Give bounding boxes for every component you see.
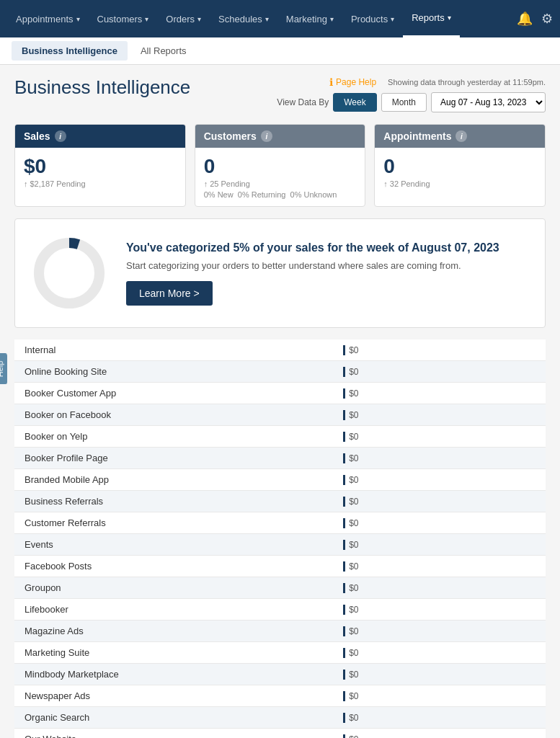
row-dollar: $0 [349,540,358,550]
nav-item-schedules[interactable]: Schedules ▾ [210,0,277,37]
appointments-pending: ↑ 32 Pending [383,179,536,188]
svg-point-0 [39,243,99,303]
sales-card: Sales i $0 ↑ $2,187 Pending [14,124,186,207]
row-label: Booker on Facebook [14,404,333,426]
nav-label-products: Products [351,14,388,25]
chevron-down-icon: ▾ [76,15,80,23]
table-row: Customer Referrals $0 [14,512,546,534]
bar-mini-icon [343,734,345,739]
row-value: $0 [333,664,546,685]
row-label: Booker Profile Page [14,448,333,469]
help-circle-icon: ℹ [329,76,333,88]
row-dollar: $0 [349,432,358,442]
nav-item-marketing[interactable]: Marketing ▾ [277,0,342,37]
nav-item-appointments[interactable]: Appointments ▾ [7,0,89,37]
donut-section: You've categorized 5% of your sales for … [14,218,546,328]
row-value: $0 [333,534,546,556]
row-label: Newspaper Ads [14,685,333,707]
table-row: Booker Profile Page $0 [14,448,546,469]
customers-meta: 0% New 0% Returning 0% Unknown [204,190,357,199]
sales-title: Sales [24,130,50,142]
gear-icon[interactable]: ⚙ [541,11,553,27]
row-value: $0 [333,577,546,599]
sales-pending: ↑ $2,187 Pending [24,179,177,188]
row-value: $0 [333,642,546,664]
row-value: $0 [333,556,546,577]
customers-info-icon[interactable]: i [261,130,272,142]
row-value: $0 [333,729,546,739]
row-value: $0 [333,599,546,621]
row-label: Marketing Suite [14,642,333,664]
header-right: ℹ Page Help Showing data through yesterd… [277,76,546,112]
bar-mini-icon [343,410,345,420]
up-arrow-icon: ↑ [24,179,28,188]
appointments-card-body: 0 ↑ 32 Pending [375,148,545,195]
table-row: Business Referrals $0 [14,491,546,512]
donut-description: Start categorizing your orders to better… [126,260,530,271]
table-row: Lifebooker $0 [14,599,546,621]
row-dollar: $0 [349,670,358,680]
nav-item-orders[interactable]: Orders ▾ [157,0,210,37]
row-dollar: $0 [349,410,358,420]
customers-pending: ↑ 25 Pending [204,179,357,188]
row-dollar: $0 [349,518,358,528]
table-row: Organic Search $0 [14,707,546,729]
customers-title: Customers [204,130,257,142]
nav-label-reports: Reports [412,12,445,23]
page-help-link[interactable]: ℹ Page Help [329,76,376,88]
bar-mini-icon [343,583,345,593]
row-dollar: $0 [349,734,358,739]
bar-mini-icon [343,497,345,507]
row-label: Internal [14,339,333,361]
row-dollar: $0 [349,605,358,615]
bar-mini-icon [343,432,345,442]
nav-items: Appointments ▾ Customers ▾ Orders ▾ Sche… [7,0,517,37]
bar-mini-icon [343,475,345,485]
nav-label-schedules: Schedules [218,14,262,25]
customers-value: 0 [204,155,357,178]
row-value: $0 [333,426,546,448]
bar-mini-icon [343,540,345,550]
row-dollar: $0 [349,691,358,701]
row-label: Online Booking Site [14,361,333,383]
row-label: Magazine Ads [14,621,333,642]
nav-item-reports[interactable]: Reports ▾ [403,0,460,37]
help-tab[interactable]: Help [0,354,7,385]
main-content: Business Intelligence ℹ Page Help Showin… [0,65,560,738]
row-label: Events [14,534,333,556]
sales-breakdown-table: Internal $0 Online Booking Site $0 Booke… [14,339,546,738]
nav-item-products[interactable]: Products ▾ [342,0,403,37]
row-label: Booker Customer App [14,383,333,404]
table-row: Groupon $0 [14,577,546,599]
row-label: Booker on Yelp [14,426,333,448]
date-range-select[interactable]: Aug 07 - Aug 13, 2023 [431,92,546,112]
table-row: Branded Mobile App $0 [14,469,546,491]
page-help-label: Page Help [336,77,376,87]
row-label: Lifebooker [14,599,333,621]
row-value: $0 [333,512,546,534]
breadcrumb-tab-all-reports[interactable]: All Reports [130,41,197,61]
row-label: Our Website [14,729,333,739]
nav-item-customers[interactable]: Customers ▾ [89,0,158,37]
chevron-down-icon: ▾ [330,15,334,23]
week-button[interactable]: Week [333,93,376,112]
bell-icon[interactable]: 🔔 [517,11,533,27]
chevron-down-icon: ▾ [145,15,148,23]
appointments-info-icon[interactable]: i [455,130,467,142]
breadcrumb-tab-business-intelligence[interactable]: Business Intelligence [12,41,128,61]
chevron-down-icon: ▾ [391,15,394,23]
month-button[interactable]: Month [381,93,427,112]
view-controls: View Data By Week Month Aug 07 - Aug 13,… [277,92,546,112]
bar-mini-icon [343,345,345,355]
learn-more-button[interactable]: Learn More > [126,281,213,306]
donut-title: You've categorized 5% of your sales for … [126,241,530,254]
row-value: $0 [333,621,546,642]
customers-card-header: Customers i [195,125,365,148]
sales-info-icon[interactable]: i [55,130,66,142]
customers-card-body: 0 ↑ 25 Pending 0% New 0% Returning 0% Un… [195,148,365,206]
bar-mini-icon [343,453,345,463]
nav-label-customers: Customers [97,14,143,25]
bar-mini-icon [343,713,345,723]
table-row: Marketing Suite $0 [14,642,546,664]
page-header: Business Intelligence ℹ Page Help Showin… [14,76,546,112]
